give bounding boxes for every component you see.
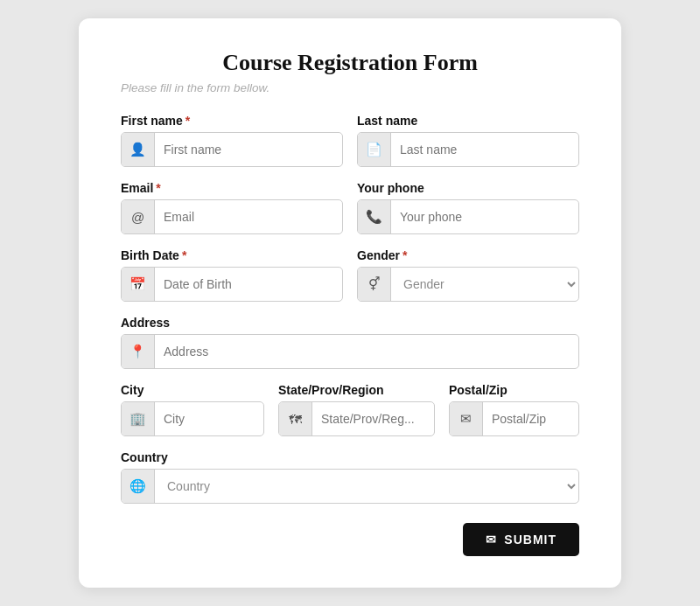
country-group: Country 🌐 Country United States Canada U…	[121, 450, 579, 504]
gender-label: Gender*	[357, 248, 579, 262]
state-group: State/Prov/Region 🗺	[278, 383, 435, 436]
gender-input-wrap: ⚥ Gender Male Female Other	[357, 267, 579, 302]
country-label: Country	[121, 450, 579, 464]
email-input-wrap: @	[121, 199, 343, 234]
zip-input-wrap: ✉	[449, 401, 579, 436]
first-name-input[interactable]	[155, 133, 342, 166]
phone-input-wrap: 📞	[357, 199, 579, 234]
submit-row: ✉ SUBMIT	[121, 523, 579, 556]
phone-icon: 📞	[358, 200, 391, 233]
state-input[interactable]	[312, 402, 434, 435]
country-input-wrap: 🌐 Country United States Canada United Ki…	[121, 469, 579, 504]
zip-label: Postal/Zip	[449, 383, 579, 397]
address-group: Address 📍	[121, 316, 579, 369]
phone-label: Your phone	[357, 181, 579, 195]
last-name-input-wrap: 📄	[357, 132, 579, 167]
phone-group: Your phone 📞	[357, 181, 579, 234]
map-icon: 🗺	[279, 402, 312, 435]
city-state-zip-row: City 🏢 State/Prov/Region 🗺 Postal/Zip ✉	[121, 383, 579, 436]
state-label: State/Prov/Region	[278, 383, 435, 397]
submit-icon: ✉	[486, 533, 497, 547]
address-label: Address	[121, 316, 579, 330]
last-name-group: Last name 📄	[357, 114, 579, 167]
zip-input[interactable]	[483, 402, 578, 435]
submit-button[interactable]: ✉ SUBMIT	[463, 523, 579, 556]
gender-select[interactable]: Gender Male Female Other	[391, 268, 578, 301]
last-name-label: Last name	[357, 114, 579, 128]
location-icon: 📍	[122, 335, 155, 368]
phone-input[interactable]	[391, 200, 578, 233]
city-input[interactable]	[155, 402, 263, 435]
email-phone-row: Email* @ Your phone 📞	[121, 181, 579, 234]
gender-icon: ⚥	[358, 268, 391, 301]
city-group: City 🏢	[121, 383, 264, 436]
email-input[interactable]	[155, 200, 342, 233]
first-name-group: First name* 👤	[121, 114, 343, 167]
first-name-label: First name*	[121, 114, 343, 128]
state-input-wrap: 🗺	[278, 401, 435, 436]
email-group: Email* @	[121, 181, 343, 234]
address-row: Address 📍	[121, 316, 579, 369]
birth-date-input-wrap: 📅	[121, 267, 343, 302]
registration-form-card: Course Registration Form Please fill in …	[79, 18, 621, 588]
form-title: Course Registration Form	[121, 50, 579, 76]
birth-gender-row: Birth Date* 📅 Gender* ⚥ Gender Male Fema…	[121, 248, 579, 302]
calendar-icon: 📅	[122, 268, 155, 301]
form-subtitle: Please fill in the form bellow.	[121, 81, 579, 94]
address-input-wrap: 📍	[121, 334, 579, 369]
person-icon: 👤	[122, 133, 155, 166]
first-name-input-wrap: 👤	[121, 132, 343, 167]
zip-group: Postal/Zip ✉	[449, 383, 579, 436]
address-input[interactable]	[155, 335, 578, 368]
at-icon: @	[122, 200, 155, 233]
city-icon: 🏢	[122, 402, 155, 435]
submit-label: SUBMIT	[504, 533, 556, 547]
zip-icon: ✉	[450, 402, 483, 435]
last-name-input[interactable]	[391, 133, 578, 166]
city-input-wrap: 🏢	[121, 401, 264, 436]
id-icon: 📄	[358, 133, 391, 166]
birth-date-group: Birth Date* 📅	[121, 248, 343, 302]
gender-group: Gender* ⚥ Gender Male Female Other	[357, 248, 579, 302]
country-row: Country 🌐 Country United States Canada U…	[121, 450, 579, 504]
birth-date-input[interactable]	[155, 268, 342, 301]
email-label: Email*	[121, 181, 343, 195]
birth-date-label: Birth Date*	[121, 248, 343, 262]
name-row: First name* 👤 Last name 📄	[121, 114, 579, 167]
country-select[interactable]: Country United States Canada United King…	[155, 470, 578, 503]
city-label: City	[121, 383, 264, 397]
globe-icon: 🌐	[122, 470, 155, 503]
